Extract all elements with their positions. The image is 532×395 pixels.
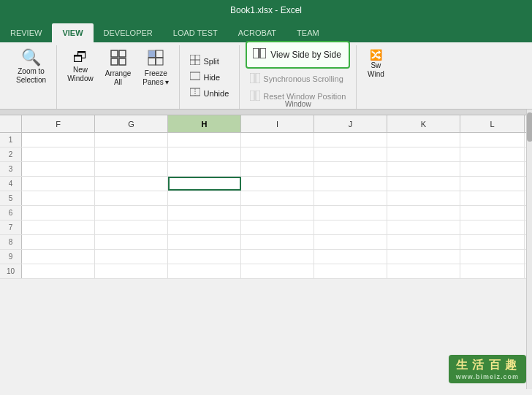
grid-cell[interactable] bbox=[387, 162, 460, 176]
grid-cell[interactable] bbox=[460, 147, 525, 161]
tab-view[interactable]: VIEW bbox=[52, 23, 93, 42]
col-header-h[interactable]: H bbox=[168, 115, 241, 132]
grid-cell[interactable] bbox=[460, 264, 525, 278]
grid-cell[interactable] bbox=[387, 264, 460, 278]
grid-cell[interactable] bbox=[314, 147, 387, 161]
grid-cell[interactable] bbox=[460, 250, 525, 264]
grid-cell[interactable] bbox=[168, 133, 241, 147]
freeze-panes-button[interactable]: FreezePanes ▾ bbox=[138, 47, 173, 93]
grid-cell[interactable] bbox=[95, 250, 168, 264]
grid-cell[interactable] bbox=[387, 133, 460, 147]
grid-cell[interactable] bbox=[22, 162, 95, 176]
grid-cell[interactable] bbox=[95, 191, 168, 205]
grid-cell[interactable] bbox=[314, 162, 387, 176]
grid-cell[interactable] bbox=[22, 147, 95, 161]
grid-cell[interactable] bbox=[241, 191, 314, 205]
hide-button[interactable]: Hide bbox=[186, 70, 233, 85]
unhide-button[interactable]: Unhide bbox=[186, 86, 233, 101]
grid-cell[interactable] bbox=[387, 220, 460, 234]
col-header-l[interactable]: L bbox=[460, 115, 525, 132]
grid-cell[interactable] bbox=[95, 220, 168, 234]
grid-cell[interactable] bbox=[168, 177, 241, 191]
col-header-f[interactable]: F bbox=[22, 115, 95, 132]
grid-cell[interactable] bbox=[460, 133, 525, 147]
grid-cell[interactable] bbox=[22, 133, 95, 147]
sync-scrolling-button[interactable]: Synchronous Scrolling bbox=[246, 72, 350, 86]
tab-developer[interactable]: DEVELOPER bbox=[94, 23, 163, 42]
grid-cell[interactable] bbox=[460, 235, 525, 249]
tab-acrobat[interactable]: ACROBAT bbox=[228, 23, 286, 42]
grid-cell[interactable] bbox=[314, 220, 387, 234]
grid-cell[interactable] bbox=[22, 177, 95, 191]
grid-cell[interactable] bbox=[22, 264, 95, 278]
grid-cell[interactable] bbox=[241, 264, 314, 278]
grid-cell[interactable] bbox=[241, 162, 314, 176]
grid-cell[interactable] bbox=[241, 220, 314, 234]
grid-cell[interactable] bbox=[314, 206, 387, 220]
grid-cell[interactable] bbox=[314, 177, 387, 191]
tab-load-test[interactable]: LOAD TEST bbox=[163, 23, 228, 42]
grid-cell[interactable] bbox=[95, 147, 168, 161]
grid-cell[interactable] bbox=[22, 250, 95, 264]
grid-cell[interactable] bbox=[460, 220, 525, 234]
grid-cell[interactable] bbox=[95, 264, 168, 278]
grid-cell[interactable] bbox=[241, 250, 314, 264]
freeze-icon bbox=[148, 50, 164, 68]
view-side-by-side-button[interactable]: View Side by Side bbox=[253, 45, 341, 64]
grid-cell[interactable] bbox=[314, 250, 387, 264]
new-window-button[interactable]: 🗗 NewWindow bbox=[63, 47, 98, 93]
grid-row: 2 bbox=[0, 147, 532, 162]
grid-cell[interactable] bbox=[460, 206, 525, 220]
grid-row: 10 bbox=[0, 264, 532, 279]
grid-cell[interactable] bbox=[22, 235, 95, 249]
grid-cell[interactable] bbox=[387, 250, 460, 264]
col-header-k[interactable]: K bbox=[387, 115, 460, 132]
grid-cell[interactable] bbox=[314, 235, 387, 249]
grid-cell[interactable] bbox=[95, 162, 168, 176]
grid-cell[interactable] bbox=[168, 264, 241, 278]
grid-cell[interactable] bbox=[314, 264, 387, 278]
grid-cell[interactable] bbox=[387, 191, 460, 205]
zoom-to-selection-button[interactable]: 🔍 Zoom toSelection bbox=[12, 47, 50, 93]
grid-cell[interactable] bbox=[241, 235, 314, 249]
grid-cell[interactable] bbox=[460, 162, 525, 176]
col-header-g[interactable]: G bbox=[95, 115, 168, 132]
scrollbar-thumb[interactable] bbox=[527, 112, 532, 142]
tab-team[interactable]: TEAM bbox=[286, 23, 330, 42]
grid-cell[interactable] bbox=[314, 133, 387, 147]
ribbon-group-window-btns: 🗗 NewWindow ArrangeAll bbox=[57, 45, 180, 109]
grid-cell[interactable] bbox=[95, 133, 168, 147]
grid-cell[interactable] bbox=[168, 250, 241, 264]
grid-cell[interactable] bbox=[22, 206, 95, 220]
grid-cell[interactable] bbox=[168, 206, 241, 220]
grid-cell[interactable] bbox=[95, 235, 168, 249]
grid-cell[interactable] bbox=[22, 220, 95, 234]
grid-cell[interactable] bbox=[241, 206, 314, 220]
grid-cell[interactable] bbox=[22, 191, 95, 205]
arrange-all-button[interactable]: ArrangeAll bbox=[101, 47, 136, 93]
grid-cell[interactable] bbox=[168, 220, 241, 234]
grid-cell[interactable] bbox=[168, 235, 241, 249]
grid-cell[interactable] bbox=[241, 147, 314, 161]
grid-cell[interactable] bbox=[95, 177, 168, 191]
grid-cell[interactable] bbox=[387, 206, 460, 220]
grid-cell[interactable] bbox=[460, 177, 525, 191]
tab-review[interactable]: REVIEW bbox=[0, 23, 52, 42]
grid-cell[interactable] bbox=[241, 177, 314, 191]
grid-cell[interactable] bbox=[95, 206, 168, 220]
grid-cell[interactable] bbox=[387, 235, 460, 249]
col-header-i[interactable]: I bbox=[241, 115, 314, 132]
grid-cell[interactable] bbox=[168, 162, 241, 176]
grid-cell[interactable] bbox=[387, 147, 460, 161]
grid-cell[interactable] bbox=[460, 191, 525, 205]
grid-cell[interactable] bbox=[387, 177, 460, 191]
col-header-j[interactable]: J bbox=[314, 115, 387, 132]
grid-cell[interactable] bbox=[168, 147, 241, 161]
split-button[interactable]: Split bbox=[186, 54, 233, 69]
vertical-scrollbar[interactable] bbox=[526, 110, 532, 389]
grid-cell[interactable] bbox=[168, 191, 241, 205]
grid-cell[interactable] bbox=[314, 191, 387, 205]
spreadsheet-grid[interactable]: FGHIJKL 12345678910 bbox=[0, 115, 532, 279]
grid-cell[interactable] bbox=[241, 133, 314, 147]
switch-windows-button[interactable]: 🔀 SwWind bbox=[362, 47, 389, 93]
